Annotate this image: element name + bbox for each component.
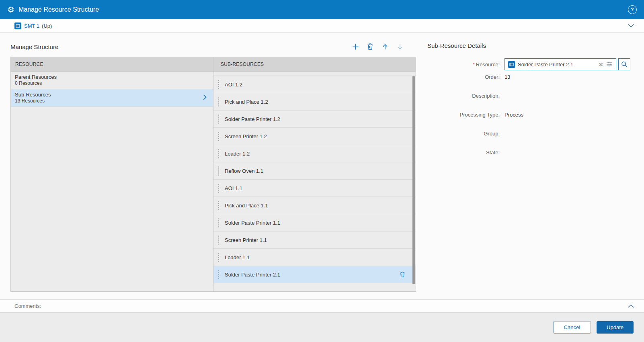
structure-toolbar [351, 43, 416, 51]
breadcrumb-up-link[interactable]: (Up) [42, 23, 52, 29]
sub-resource-row[interactable]: Pick and Place 1.2 [213, 93, 416, 111]
sub-resource-label: Solder Paste Printer 1.1 [225, 220, 280, 226]
sub-resource-row[interactable]: Solder Paste Printer 1.2 [213, 111, 416, 128]
field-label: Order: [427, 73, 505, 80]
resource-icon [14, 23, 21, 29]
resource-row-title: Parent Resources [15, 74, 209, 80]
manage-structure-title: Manage Structure [10, 43, 58, 50]
breadcrumb-resource-link[interactable]: SMT 1 [24, 23, 39, 29]
sub-resource-row[interactable]: Loader 1.1 [213, 249, 416, 266]
resource-row-title: Sub-Resources [15, 92, 209, 98]
table-header-row: RESOURCE SUB-RESOURCES [11, 57, 416, 72]
resource-row-sub[interactable]: Sub-Resources 13 Resources [11, 89, 213, 107]
sub-resources-list: AOI 1.2 Pick and Place 1.2 Solder Paste … [213, 76, 416, 283]
sub-resource-row[interactable]: AOI 1.2 [213, 76, 416, 93]
sub-resource-label: Solder Paste Printer 2.1 [225, 272, 280, 278]
gear-icon: ⚙ [7, 6, 14, 14]
manage-structure-header: Manage Structure [10, 41, 416, 52]
comments-label: Comments: [14, 303, 627, 309]
sub-resource-row[interactable]: Solder Paste Printer 1.1 [213, 214, 416, 231]
field-label: Group: [427, 130, 505, 137]
sub-resource-row[interactable]: Loader 1.2 [213, 145, 416, 162]
comments-section-header[interactable]: Comments: [0, 299, 644, 313]
field-label: Processing Type: [427, 111, 505, 118]
add-icon[interactable] [351, 43, 359, 51]
sub-resource-label: Loader 1.1 [225, 254, 250, 260]
sub-resource-label: AOI 1.2 [225, 82, 242, 88]
resource-column: Parent Resources 0 Resources Sub-Resourc… [11, 72, 213, 291]
delete-icon[interactable] [366, 43, 374, 51]
help-icon[interactable]: ? [628, 5, 637, 14]
sub-resource-row[interactable]: Screen Printer 1.2 [213, 128, 416, 145]
chevron-right-icon [203, 94, 207, 102]
sub-resource-label: Pick and Place 1.1 [225, 203, 268, 209]
drag-handle-icon[interactable] [218, 149, 220, 158]
drag-handle-icon[interactable] [218, 235, 220, 245]
sub-resource-label: Screen Printer 1.1 [225, 237, 267, 243]
page-title: Manage Resource Structure [18, 6, 628, 13]
field-label: State: [427, 149, 505, 156]
details-title: Sub-Resource Details [427, 42, 634, 49]
clear-icon[interactable]: ✕ [598, 61, 603, 68]
field-label-resource: *Resource: [427, 61, 505, 68]
drag-handle-icon[interactable] [218, 201, 220, 210]
update-button[interactable]: Update [597, 321, 634, 334]
sub-resource-row[interactable]: Reflow Oven 1.1 [213, 162, 416, 180]
table-body: Parent Resources 0 Resources Sub-Resourc… [11, 72, 416, 291]
details-fields: *Resource: Solder Paste Printer 2.1 ✕ [427, 55, 634, 168]
field-label: Description: [427, 92, 505, 99]
drag-handle-icon[interactable] [218, 218, 220, 227]
column-header-sub-resources: SUB-RESOURCES [213, 57, 416, 71]
move-up-icon[interactable] [381, 43, 389, 51]
resource-picker-input[interactable]: Solder Paste Printer 2.1 ✕ [505, 58, 616, 70]
move-down-icon[interactable] [396, 43, 404, 51]
sub-resource-row[interactable]: AOI 1.1 [213, 180, 416, 197]
drag-handle-icon[interactable] [218, 97, 220, 106]
cancel-button[interactable]: Cancel [553, 321, 591, 334]
resource-row-count: 13 Resources [15, 98, 209, 104]
chevron-up-icon[interactable] [627, 303, 635, 309]
sub-resource-label: Loader 1.2 [225, 151, 250, 157]
search-button[interactable] [618, 58, 630, 70]
field-processing-type: Processing Type: Process [427, 111, 634, 130]
resource-row-parent[interactable]: Parent Resources 0 Resources [11, 72, 213, 89]
partially-scrolled-row [213, 72, 416, 76]
sub-resource-row[interactable]: Pick and Place 1.1 [213, 197, 416, 214]
structure-table: RESOURCE SUB-RESOURCES Parent Resources … [10, 57, 416, 292]
sliders-icon[interactable] [606, 61, 613, 67]
field-group: Group: [427, 130, 634, 149]
resource-icon [508, 61, 515, 68]
manage-structure-pane: Manage Structure [10, 33, 416, 299]
app-header: ⚙ Manage Resource Structure ? [0, 0, 644, 19]
required-asterisk: * [473, 61, 475, 68]
field-state: State: [427, 149, 634, 168]
main-content: Manage Structure [0, 33, 644, 299]
field-value: Process [505, 111, 523, 118]
field-value: 13 [505, 73, 510, 80]
drag-handle-icon[interactable] [218, 114, 220, 124]
sub-resources-column: AOI 1.2 Pick and Place 1.2 Solder Paste … [213, 72, 416, 291]
sub-resource-label: Solder Paste Printer 1.2 [225, 116, 280, 122]
drag-handle-icon[interactable] [218, 80, 220, 89]
column-header-resource: RESOURCE [11, 57, 213, 71]
resource-picker-value: Solder Paste Printer 2.1 [518, 61, 595, 68]
drag-handle-icon[interactable] [218, 166, 220, 176]
drag-handle-icon[interactable] [218, 270, 220, 279]
field-resource: *Resource: Solder Paste Printer 2.1 ✕ [427, 55, 634, 73]
field-description: Description: [427, 92, 634, 111]
resource-row-count: 0 Resources [15, 80, 209, 86]
chevron-down-icon[interactable] [627, 23, 635, 29]
sub-resource-row[interactable]: Screen Printer 1.1 [213, 231, 416, 249]
sub-resource-label: AOI 1.1 [225, 185, 242, 191]
action-footer: Cancel Update [0, 313, 644, 342]
sub-resource-label: Pick and Place 1.2 [225, 99, 268, 105]
sub-resource-details-pane: Sub-Resource Details *Resource: Solder P… [416, 33, 634, 299]
vertical-scrollbar-thumb[interactable] [412, 76, 415, 284]
app-window: ⚙ Manage Resource Structure ? SMT 1 (Up)… [0, 0, 644, 342]
resource-picker-wrap: Solder Paste Printer 2.1 ✕ [505, 58, 630, 70]
sub-resource-row[interactable]: Solder Paste Printer 2.1 [213, 266, 416, 283]
drag-handle-icon[interactable] [218, 183, 220, 193]
drag-handle-icon[interactable] [218, 131, 220, 141]
drag-handle-icon[interactable] [218, 252, 220, 262]
row-delete-icon[interactable] [400, 271, 405, 278]
